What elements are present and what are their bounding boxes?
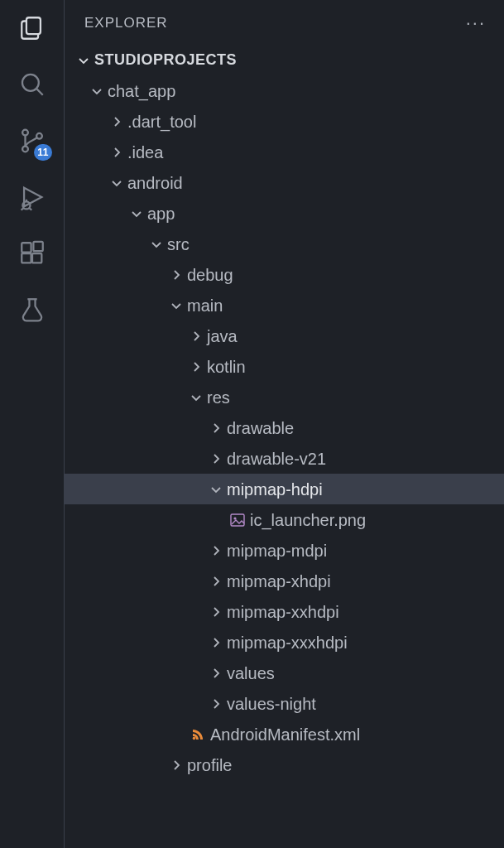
chevron-down-icon [207, 483, 225, 496]
tree-item-label: mipmap-mdpi [225, 541, 327, 561]
folder-row[interactable]: mipmap-mdpi [65, 535, 504, 566]
chevron-right-icon [207, 422, 225, 435]
xml-file-icon [187, 726, 209, 743]
chevron-right-icon [207, 544, 225, 557]
tree-item-label: .idea [126, 142, 163, 162]
explorer-header: EXPLORER ··· [65, 0, 504, 46]
tree-item-label: mipmap-xhdpi [225, 571, 331, 591]
svg-point-1 [22, 75, 38, 91]
chevron-right-icon [207, 697, 225, 711]
chevron-right-icon [167, 268, 185, 282]
chevron-right-icon [207, 452, 225, 465]
chevron-down-icon [127, 207, 146, 220]
svg-rect-8 [32, 253, 41, 263]
tree-item-label: android [126, 173, 183, 193]
tree-item-label: mipmap-hdpi [225, 479, 323, 499]
svg-point-3 [22, 130, 28, 136]
svg-point-5 [36, 133, 42, 139]
folder-row[interactable]: res [65, 382, 504, 412]
chevron-down-icon [167, 299, 185, 312]
svg-rect-11 [231, 514, 244, 526]
run-debug-activity-icon[interactable] [16, 181, 49, 214]
folder-row[interactable]: chat_app [65, 75, 504, 106]
chevron-down-icon [147, 238, 166, 251]
folder-row[interactable]: src [65, 229, 504, 259]
folder-row[interactable]: mipmap-xhdpi [65, 566, 504, 596]
tree-item-label: .dart_tool [126, 112, 196, 132]
chevron-right-icon [187, 360, 205, 373]
testing-activity-icon[interactable] [16, 293, 49, 326]
tree-item-label: ic_launcher.png [248, 510, 366, 530]
tree-item-label: AndroidManifest.xml [209, 725, 360, 744]
tree-item-label: kotlin [205, 357, 246, 377]
chevron-down-icon [74, 54, 93, 67]
tree-item-label: mipmap-xxxhdpi [225, 633, 348, 653]
chevron-right-icon [108, 115, 126, 128]
tree-item-label: mipmap-xxhdpi [225, 602, 339, 622]
svg-rect-9 [22, 243, 31, 252]
tree-item-label: src [166, 234, 190, 254]
folder-row[interactable]: main [65, 290, 504, 320]
file-tree: chat_app.dart_tool.ideaandroidappsrcdebu… [65, 74, 504, 848]
svg-point-13 [193, 736, 196, 740]
chevron-right-icon [207, 667, 225, 680]
folder-row[interactable]: values [65, 658, 504, 688]
explorer-more-icon[interactable]: ··· [466, 14, 486, 32]
chevron-down-icon [88, 84, 106, 98]
folder-row[interactable]: mipmap-xxxhdpi [65, 627, 504, 658]
tree-item-label: main [185, 296, 223, 316]
file-row[interactable]: ic_launcher.png [65, 504, 504, 535]
explorer-title: EXPLORER [84, 15, 168, 31]
folder-row[interactable]: drawable [65, 412, 504, 443]
folder-row[interactable]: .dart_tool [65, 106, 504, 137]
chevron-right-icon [108, 146, 126, 159]
scm-badge: 11 [34, 144, 51, 161]
explorer-activity-icon[interactable] [16, 12, 49, 45]
folder-row[interactable]: profile [65, 749, 504, 780]
tree-item-label: values [225, 663, 275, 683]
chevron-right-icon [187, 330, 205, 343]
folder-row[interactable]: java [65, 320, 504, 351]
folder-row[interactable]: drawable-v21 [65, 443, 504, 474]
file-row[interactable]: AndroidManifest.xml [65, 719, 504, 749]
activity-bar: 11 [0, 0, 65, 848]
image-file-icon [227, 512, 248, 528]
tree-item-label: java [205, 326, 238, 346]
tree-item-label: app [146, 204, 175, 224]
project-name-label: STUDIOPROJECTS [94, 51, 237, 69]
search-activity-icon[interactable] [16, 68, 49, 101]
chevron-right-icon [207, 575, 225, 588]
explorer-panel: EXPLORER ··· STUDIOPROJECTS chat_app.dar… [65, 0, 504, 848]
tree-item-label: chat_app [106, 81, 175, 101]
svg-point-12 [233, 517, 236, 519]
folder-row[interactable]: mipmap-hdpi [65, 474, 504, 504]
source-control-activity-icon[interactable]: 11 [16, 124, 49, 157]
svg-rect-7 [22, 253, 31, 263]
tree-item-label: profile [185, 755, 232, 775]
svg-point-4 [22, 147, 28, 152]
folder-row[interactable]: values-night [65, 688, 504, 719]
app-root: 11 [0, 0, 504, 848]
folder-row[interactable]: .idea [65, 137, 504, 167]
chevron-down-icon [108, 176, 126, 190]
chevron-right-icon [207, 605, 225, 619]
chevron-right-icon [207, 636, 225, 649]
tree-item-label: values-night [225, 694, 316, 714]
chevron-down-icon [187, 391, 205, 404]
tree-item-label: debug [185, 265, 233, 285]
svg-rect-0 [26, 17, 40, 34]
folder-row[interactable]: kotlin [65, 351, 504, 382]
tree-item-label: res [205, 388, 230, 407]
tree-item-label: drawable-v21 [225, 449, 326, 469]
extensions-activity-icon[interactable] [16, 237, 49, 270]
project-root-row[interactable]: STUDIOPROJECTS [65, 46, 504, 74]
folder-row[interactable]: mipmap-xxhdpi [65, 596, 504, 627]
chevron-right-icon [167, 759, 185, 772]
folder-row[interactable]: debug [65, 259, 504, 290]
svg-rect-10 [33, 242, 42, 251]
folder-row[interactable]: app [65, 198, 504, 229]
svg-line-2 [36, 89, 42, 95]
folder-row[interactable]: android [65, 167, 504, 198]
tree-item-label: drawable [225, 418, 294, 438]
